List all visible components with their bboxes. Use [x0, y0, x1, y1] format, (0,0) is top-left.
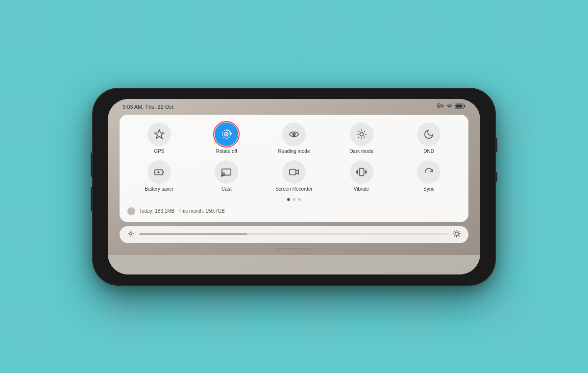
reading-mode-icon-wrap [282, 123, 306, 146]
dark-mode-label: Dark mode [349, 149, 373, 154]
svg-rect-3 [442, 104, 442, 107]
svg-rect-4 [443, 105, 443, 107]
bottom-app-row [108, 255, 480, 274]
vibrate-tile[interactable]: Vibrate [344, 160, 379, 192]
sim-icon [437, 103, 444, 110]
status-icons [437, 103, 466, 110]
data-today: Today: 183.1MB [139, 208, 174, 214]
svg-line-20 [364, 137, 365, 137]
svg-rect-1 [438, 105, 440, 106]
reading-mode-tile[interactable]: Reading mode [277, 123, 311, 154]
status-time: 9:03 AM, Thu, 22 Oct [122, 104, 173, 110]
volume-down-button [91, 187, 93, 211]
svg-line-45 [459, 235, 459, 236]
phone-screen: 9:03 AM, Thu, 22 Oct [108, 99, 480, 274]
quick-tiles-row-2: Battery saver Cast [125, 160, 463, 192]
svg-point-27 [221, 174, 223, 176]
svg-point-13 [294, 134, 294, 135]
brightness-high-icon [453, 230, 461, 239]
sync-tile[interactable]: Sync [412, 160, 446, 192]
svg-point-9 [226, 133, 227, 135]
page-dots [125, 198, 463, 201]
svg-rect-29 [359, 168, 364, 175]
battery-saver-label: Battery saver [145, 186, 173, 192]
dot-3 [298, 198, 301, 201]
sync-icon-wrap [417, 160, 441, 184]
svg-rect-2 [441, 104, 441, 108]
quick-tiles-row-1: GPS Rotate off [125, 123, 463, 154]
reading-mode-label: Reading mode [278, 149, 310, 154]
svg-line-21 [364, 131, 365, 131]
data-month: This month: 150.7GB [178, 208, 225, 214]
vibrate-label: Vibrate [354, 186, 369, 192]
vibrate-icon-wrap [350, 160, 373, 184]
status-bar: 9:03 AM, Thu, 22 Oct [108, 99, 480, 113]
svg-line-22 [358, 137, 359, 137]
volume-up-button [91, 152, 93, 177]
bottom-handle [108, 248, 480, 250]
sync-label: Sync [423, 186, 434, 192]
gps-tile[interactable]: GPS [142, 123, 176, 154]
battery-status-icon [455, 103, 466, 110]
wifi-icon [446, 103, 453, 110]
cast-label: Cast [221, 186, 232, 192]
data-usage-icon [127, 207, 135, 215]
dnd-label: DND [423, 149, 434, 154]
dark-mode-tile[interactable]: Dark mode [344, 123, 379, 154]
gps-icon-wrap [147, 123, 171, 146]
svg-rect-6 [465, 105, 466, 107]
gps-label: GPS [154, 149, 164, 154]
handle-bar [274, 248, 314, 250]
dot-1 [287, 198, 290, 201]
svg-rect-28 [290, 169, 296, 174]
brightness-fill [139, 233, 247, 235]
svg-line-19 [358, 131, 359, 131]
rotate-off-label: Rotate off [216, 149, 237, 154]
brightness-row[interactable] [120, 226, 468, 243]
screen-recorder-label: Screen Recorder [275, 186, 313, 192]
battery-saver-tile[interactable]: Battery saver [142, 160, 176, 192]
dnd-tile[interactable]: DND [412, 123, 446, 154]
rotate-icon-wrap [215, 123, 238, 146]
dark-mode-icon-wrap [350, 123, 373, 146]
svg-line-44 [454, 231, 455, 231]
data-usage-row: Today: 183.1MB This month: 150.7GB [125, 205, 463, 216]
cast-tile[interactable]: Cast [209, 160, 244, 192]
rotate-off-tile[interactable]: Rotate off [209, 123, 244, 154]
svg-rect-7 [456, 105, 463, 108]
brightness-low-icon [127, 230, 134, 239]
battery-saver-icon-wrap [147, 160, 171, 184]
svg-line-47 [454, 235, 455, 236]
brightness-slider[interactable] [139, 233, 448, 235]
screen-recorder-icon-wrap [282, 160, 306, 184]
power-button [495, 138, 497, 152]
svg-point-34 [130, 232, 132, 235]
phone-frame: 9:03 AM, Thu, 22 Oct [93, 89, 495, 285]
dot-2 [293, 198, 295, 201]
svg-line-46 [459, 231, 459, 231]
quick-settings-panel: GPS Rotate off [120, 115, 468, 222]
cast-icon-wrap [215, 160, 238, 184]
side-button-right [495, 172, 497, 182]
svg-point-14 [360, 132, 363, 136]
dnd-icon-wrap [417, 123, 441, 146]
screen-recorder-tile[interactable]: Screen Recorder [277, 160, 311, 192]
svg-point-39 [455, 232, 459, 235]
